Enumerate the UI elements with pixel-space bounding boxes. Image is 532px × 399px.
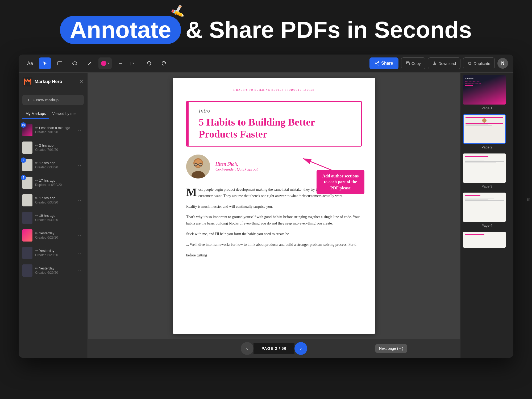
copy-button[interactable]: Copy (401, 57, 425, 69)
download-icon (433, 61, 437, 65)
sticky-note: Add author sections to each part of the … (317, 170, 364, 194)
share-button[interactable]: Share (369, 57, 398, 69)
list-item[interactable]: ✏ Yesterday Created 6/29/20 ⋯ (19, 244, 88, 262)
author-title: Co-Founder, Quick Sprout (215, 167, 258, 172)
svg-rect-20 (194, 164, 197, 166)
thumb-row-4: 🗑 (463, 193, 511, 222)
body-text-3-start: That's why it's so important to ground y… (186, 215, 273, 219)
pdf-main-title: 5 Habits to Building BetterProducts Fast… (199, 116, 355, 140)
duplicate-button[interactable]: Duplicate (463, 57, 495, 69)
svg-line-24 (303, 159, 332, 171)
list-item-info: ✏ 17 hrs ago Created 6/30/20 (35, 161, 74, 169)
line-tool-btn[interactable] (114, 57, 127, 69)
toolbar: Aa ▾ (19, 55, 513, 73)
thumb-wrapper (22, 212, 32, 224)
annotate-label: Annotate (70, 16, 171, 43)
svg-marker-1 (174, 12, 178, 15)
item-more-btn[interactable]: ⋯ (77, 196, 84, 204)
list-item-thumb (22, 142, 32, 154)
thumb-row-5 (463, 232, 511, 248)
sidebar-close-btn[interactable]: ✕ (79, 79, 83, 85)
color-picker[interactable]: ▾ (98, 57, 112, 69)
list-item[interactable]: 56 ✏ Less than a min ago Created 7/01/20… (19, 121, 88, 139)
share-icon (375, 61, 380, 66)
item-more-btn[interactable]: ⋯ (77, 231, 84, 239)
sidebar-tabs: My Markups Viewed by me (19, 109, 88, 119)
annotation-arrow-svg (295, 155, 338, 173)
page-thumbnail-2[interactable] (463, 114, 506, 144)
body-text-4-tail: before getting (186, 253, 207, 257)
list-item[interactable]: ✏ 19 hrs ago Created 6/30/20 ⋯ (19, 209, 88, 227)
pencil-icon: ✏ (35, 143, 38, 147)
item-more-btn[interactable]: ⋯ (77, 144, 84, 152)
new-markup-button[interactable]: ＋ + New markup (22, 95, 84, 105)
item-more-btn[interactable]: ⋯ (77, 214, 84, 222)
item-badge: 2 (21, 157, 26, 163)
list-item[interactable]: ✏ 2 hrs ago Created 7/01/20 ⋯ (19, 139, 88, 156)
hero-annotate-word: Annotate (60, 16, 181, 44)
pdf-header-line (258, 93, 290, 93)
body-text-3-bold: habits (273, 215, 282, 219)
line-tool-icon (118, 60, 123, 66)
page-thumbnail-3[interactable] (463, 153, 506, 183)
svg-point-5 (73, 62, 77, 65)
annotation-box: Intro 5 Habits to Building BetterProduct… (186, 101, 362, 147)
tab-viewed-by-me[interactable]: Viewed by me (49, 109, 79, 119)
list-item-time: ✏ Yesterday (35, 231, 74, 235)
rect-tool-btn[interactable] (54, 57, 66, 69)
list-item[interactable]: ✏ Yesterday Created 6/29/20 ⋯ (19, 227, 88, 244)
thumb-label-2: Page 2 (463, 145, 511, 149)
arrow-tool-btn[interactable] (39, 57, 51, 69)
separator-1 (139, 59, 139, 67)
redo-btn[interactable] (158, 57, 170, 69)
color-chevron: ▾ (107, 61, 109, 65)
pdf-body-paragraph-2: Reality is much messier and will continu… (186, 203, 362, 210)
copy-label: Copy (412, 61, 421, 66)
font-tool-btn[interactable]: Aa (24, 57, 36, 69)
pencil-icon: ✏ (35, 178, 38, 182)
thumb-label-1: Page 1 (463, 106, 511, 110)
list-item-date: Created 6/30/20 (35, 218, 74, 222)
item-badge: 56 (21, 122, 26, 128)
download-button[interactable]: Download (428, 57, 461, 69)
svg-point-9 (378, 64, 379, 65)
rect-tool-icon (57, 60, 63, 66)
sidebar-logo: Markup Hero (23, 77, 62, 86)
pencil-icon (171, 2, 187, 19)
pen-tool-icon (87, 60, 93, 66)
item-more-btn[interactable]: ⋯ (77, 267, 84, 275)
thumb-row-2: 🗑 (463, 114, 511, 144)
page-thumbnail-4[interactable] (463, 193, 506, 222)
line-options[interactable]: | ▾ (129, 57, 135, 69)
pdf-page-area[interactable]: 5 Habits to Building Better Products Fas… (88, 73, 460, 339)
list-item[interactable]: ✏ 17 hrs ago Created 6/30/20 ⋯ (19, 192, 88, 209)
share-label: Share (381, 61, 393, 66)
svg-rect-4 (58, 62, 62, 65)
thumb-wrapper (22, 247, 32, 259)
item-more-btn[interactable]: ⋯ (77, 249, 84, 257)
list-item[interactable]: ✏ Yesterday Created 6/29/20 ⋯ (19, 262, 88, 279)
ellipse-tool-btn[interactable] (69, 57, 81, 69)
list-item-time: ✏ 17 hrs ago (35, 196, 74, 200)
thumb-label-4: Page 4 (463, 223, 511, 227)
list-item-thumb (22, 229, 32, 242)
page-thumbnail-1[interactable]: 5 Habits BUILDING BETTER PRODUCTS FASTER (463, 75, 506, 105)
prev-page-btn[interactable]: ‹ (241, 342, 253, 355)
list-item[interactable]: 3 ✏ 17 hrs ago Duplicated 6/30/20 ⋯ (19, 174, 88, 192)
thumb-item-3: 🗑 Page 3 (463, 153, 511, 188)
list-item-date: Created 6/30/20 (35, 165, 74, 169)
user-avatar-btn[interactable]: N (497, 58, 508, 69)
thumb-item-2: 🗑 Page 2 (463, 114, 511, 149)
pen-tool-btn[interactable] (84, 57, 96, 69)
list-item[interactable]: 2 ✏ 17 hrs ago Created 6/30/20 ⋯ (19, 156, 88, 174)
list-item-info: ✏ Yesterday Created 6/29/20 (35, 266, 74, 275)
item-more-btn[interactable]: ⋯ (77, 161, 84, 169)
tab-my-markups[interactable]: My Markups (22, 109, 49, 119)
page-thumbnail-5[interactable] (463, 232, 506, 248)
svg-rect-13 (407, 63, 409, 65)
svg-rect-21 (199, 164, 202, 166)
item-more-btn[interactable]: ⋯ (77, 179, 84, 187)
undo-btn[interactable] (143, 57, 155, 69)
next-page-btn[interactable]: › (294, 342, 307, 355)
item-more-btn[interactable]: ⋯ (77, 126, 84, 134)
